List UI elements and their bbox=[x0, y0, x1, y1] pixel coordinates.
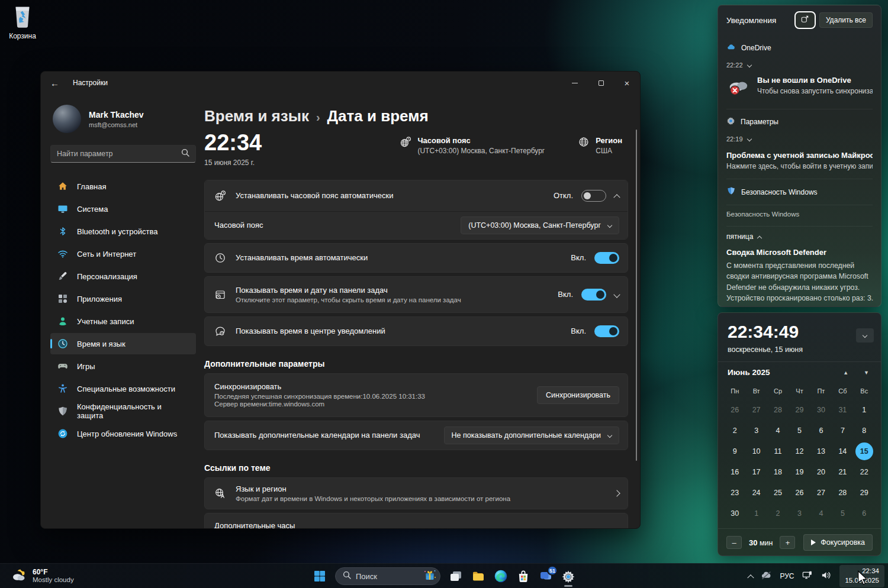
calendar-day[interactable]: 27 bbox=[745, 399, 767, 420]
file-explorer-button[interactable] bbox=[471, 569, 485, 583]
show-taskbar-time-toggle[interactable] bbox=[581, 289, 606, 301]
search-input[interactable]: Найти параметр bbox=[50, 145, 196, 163]
focus-start-button[interactable]: Фокусировка bbox=[803, 534, 873, 551]
calendar-day[interactable]: 30 bbox=[724, 503, 745, 524]
sidebar-item-bluetooth[interactable]: Bluetooth и устройства bbox=[50, 221, 196, 242]
calendar-day[interactable]: 9 bbox=[724, 441, 745, 461]
auto-timezone-row[interactable]: Устанавливать часовой пояс автоматически… bbox=[205, 180, 628, 211]
calendar-day[interactable]: 26 bbox=[789, 482, 810, 503]
calendar-day[interactable]: 5 bbox=[832, 503, 853, 524]
calendar-day[interactable]: 4 bbox=[810, 503, 832, 524]
language-region-link[interactable]: Язык и регион Формат дат и времени в Win… bbox=[204, 477, 628, 509]
calendar-day[interactable]: 25 bbox=[767, 482, 789, 503]
calendar-day[interactable]: 13 bbox=[810, 441, 832, 461]
volume-icon[interactable] bbox=[821, 570, 832, 583]
scrollbar[interactable] bbox=[636, 130, 637, 461]
calendar-day[interactable]: 17 bbox=[745, 461, 767, 482]
calendar-day[interactable]: 1 bbox=[745, 503, 767, 524]
notification-timestamp[interactable]: 22:19 bbox=[726, 135, 873, 143]
calendar-day[interactable]: 10 bbox=[745, 441, 767, 461]
network-icon[interactable] bbox=[802, 570, 813, 583]
sidebar-item-system[interactable]: Система bbox=[50, 198, 196, 219]
calendar-day[interactable]: 28 bbox=[832, 482, 853, 503]
close-button[interactable]: × bbox=[614, 72, 640, 94]
onedrive-tray-icon[interactable] bbox=[761, 570, 772, 583]
edge-browser-button[interactable] bbox=[494, 569, 508, 583]
start-button[interactable] bbox=[313, 569, 327, 583]
sidebar-item-personalization[interactable]: Персонализация bbox=[50, 266, 196, 287]
timezone-dropdown[interactable]: (UTC+03:00) Москва, Санкт-Петербург bbox=[461, 217, 619, 234]
sidebar-item-accounts[interactable]: Учетные записи bbox=[50, 311, 196, 332]
task-view-button[interactable] bbox=[449, 569, 463, 583]
calendar-day[interactable]: 8 bbox=[854, 420, 875, 441]
calendar-day[interactable]: 29 bbox=[854, 482, 875, 503]
sync-now-button[interactable]: Синхронизировать bbox=[537, 386, 619, 404]
sidebar-item-time-language[interactable]: Время и язык bbox=[50, 333, 196, 354]
calendar-day[interactable]: 6 bbox=[854, 503, 875, 524]
sidebar-item-gaming[interactable]: Игры bbox=[50, 356, 196, 377]
calendar-day[interactable]: 11 bbox=[767, 441, 789, 461]
defender-group-header[interactable]: Безопасность Windows bbox=[726, 179, 873, 198]
calendar-day[interactable]: 5 bbox=[789, 420, 810, 441]
breadcrumb-parent[interactable]: Время и язык bbox=[204, 107, 309, 125]
notification-defender[interactable]: Сводка Microsoft Defender С момента пред… bbox=[726, 248, 873, 304]
recycle-bin[interactable]: Корзина bbox=[4, 4, 41, 40]
clear-all-button[interactable]: Удалить все bbox=[819, 12, 873, 28]
calendar-day[interactable]: 26 bbox=[724, 399, 745, 420]
sidebar-item-accessibility[interactable]: Специальные возможности bbox=[50, 378, 196, 399]
sidebar-item-home[interactable]: Главная bbox=[50, 176, 196, 197]
language-indicator[interactable]: РУС bbox=[780, 572, 794, 580]
calendar-day[interactable]: 3 bbox=[745, 420, 767, 441]
chevron-up-icon[interactable] bbox=[613, 194, 620, 201]
back-button[interactable]: ← bbox=[50, 78, 67, 88]
extra-calendars-dropdown[interactable]: Не показывать дополнительные календари bbox=[444, 427, 619, 444]
calendar-day[interactable]: 2 bbox=[724, 420, 745, 441]
day-group-row[interactable]: пятница bbox=[726, 226, 873, 241]
calendar-day[interactable]: 27 bbox=[810, 482, 832, 503]
next-month-button[interactable]: ▼ bbox=[864, 370, 869, 376]
month-label[interactable]: Июнь 2025 bbox=[728, 368, 770, 377]
calendar-day[interactable]: 29 bbox=[789, 399, 810, 420]
auto-timezone-toggle[interactable] bbox=[581, 190, 606, 202]
onedrive-group-header[interactable]: OneDrive bbox=[726, 36, 873, 53]
notification-timestamp[interactable]: 22:22 bbox=[726, 62, 873, 69]
extra-clocks-link[interactable]: Дополнительные часы bbox=[204, 513, 628, 529]
sidebar-item-windows-update[interactable]: Центр обновления Windows bbox=[50, 423, 196, 444]
notification-account[interactable]: Проблема с учетной записью Майкрософт На… bbox=[726, 151, 873, 170]
user-card[interactable]: Mark Tkachev msft@comss.net bbox=[53, 105, 196, 133]
minimize-button[interactable] bbox=[562, 72, 588, 94]
chevron-down-icon[interactable] bbox=[613, 291, 620, 298]
calendar-day[interactable]: 22 bbox=[854, 461, 875, 482]
settings-group-header[interactable]: Параметры bbox=[726, 109, 873, 127]
calendar-day[interactable]: 30 bbox=[810, 399, 832, 420]
calendar-day[interactable]: 6 bbox=[810, 420, 832, 441]
notification-settings-button[interactable] bbox=[796, 12, 815, 28]
tray-overflow-button[interactable] bbox=[748, 574, 754, 581]
calendar-day[interactable]: 21 bbox=[832, 461, 853, 482]
maximize-button[interactable] bbox=[588, 72, 614, 94]
sidebar-item-apps[interactable]: Приложения bbox=[50, 288, 196, 309]
calendar-day[interactable]: 12 bbox=[789, 441, 810, 461]
calendar-day[interactable]: 24 bbox=[745, 482, 767, 503]
calendar-day-selected[interactable]: 15 bbox=[854, 441, 875, 461]
settings-button[interactable] bbox=[561, 569, 575, 583]
focus-decrease-button[interactable]: – bbox=[726, 536, 742, 549]
weather-widget[interactable]: 60°F Mostly cloudy bbox=[5, 564, 80, 588]
calendar-day[interactable]: 18 bbox=[767, 461, 789, 482]
calendar-day[interactable]: 4 bbox=[767, 420, 789, 441]
notification-onedrive[interactable]: Вы не вошли в OneDrive Чтобы снова запус… bbox=[726, 76, 873, 101]
calendar-day[interactable]: 31 bbox=[832, 399, 853, 420]
microsoft-store-button[interactable] bbox=[516, 569, 530, 583]
calendar-day[interactable]: 16 bbox=[724, 461, 745, 482]
calendar-day[interactable]: 2 bbox=[767, 503, 789, 524]
show-notification-time-toggle[interactable] bbox=[594, 325, 619, 337]
calendar-day[interactable]: 20 bbox=[810, 461, 832, 482]
calendar-day[interactable]: 14 bbox=[832, 441, 853, 461]
teams-chat-button[interactable]: 51 bbox=[539, 569, 553, 583]
sidebar-item-network[interactable]: Сеть и Интернет bbox=[50, 243, 196, 264]
taskbar-search[interactable]: Поиск bbox=[335, 567, 440, 585]
calendar-day[interactable]: 19 bbox=[789, 461, 810, 482]
collapse-calendar-button[interactable] bbox=[856, 328, 874, 343]
calendar-day[interactable]: 3 bbox=[789, 503, 810, 524]
prev-month-button[interactable]: ▲ bbox=[843, 370, 848, 376]
